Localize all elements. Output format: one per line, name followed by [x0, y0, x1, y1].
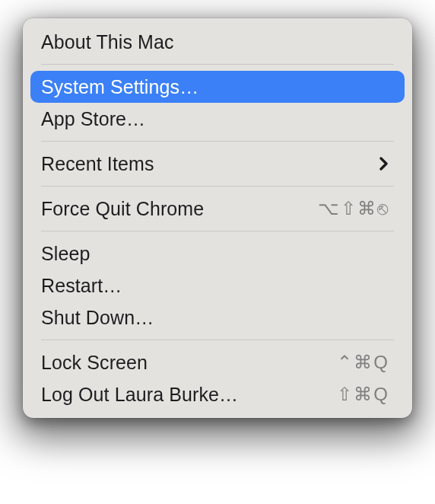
menu-item-restart[interactable]: Restart…	[30, 270, 405, 301]
menu-separator	[41, 340, 394, 340]
apple-menu: About This Mac System Settings… App Stor…	[23, 18, 412, 418]
menu-separator	[41, 231, 394, 231]
menu-item-shut-down[interactable]: Shut Down…	[30, 301, 405, 333]
menu-item-label: About This Mac	[41, 33, 174, 52]
menu-separator	[41, 186, 394, 187]
menu-item-force-quit[interactable]: Force Quit Chrome ⌥⇧⌘⎋	[30, 193, 405, 225]
menu-item-system-settings[interactable]: System Settings…	[30, 71, 405, 103]
menu-item-label: Recent Items	[41, 155, 154, 174]
menu-item-label: Shut Down…	[41, 308, 154, 327]
menu-item-label: Force Quit Chrome	[41, 199, 204, 219]
menu-item-label: App Store…	[41, 110, 145, 129]
menu-item-label: Restart…	[41, 276, 122, 295]
menu-item-label: Log Out Laura Burke…	[41, 385, 238, 404]
menu-shortcut: ⌃⌘Q	[337, 353, 389, 372]
menu-item-label: Sleep	[41, 244, 90, 263]
menu-shortcut: ⌥⇧⌘⎋	[318, 199, 389, 218]
menu-item-about-this-mac[interactable]: About This Mac	[30, 26, 405, 58]
menu-item-label: Lock Screen	[41, 353, 148, 372]
menu-item-sleep[interactable]: Sleep	[30, 238, 405, 270]
menu-item-lock-screen[interactable]: Lock Screen ⌃⌘Q	[30, 346, 405, 378]
menu-separator	[41, 141, 394, 142]
menu-item-recent-items[interactable]: Recent Items	[30, 148, 405, 180]
menu-shortcut: ⇧⌘Q	[337, 385, 389, 404]
menu-item-log-out[interactable]: Log Out Laura Burke… ⇧⌘Q	[30, 378, 405, 410]
chevron-right-icon	[379, 156, 389, 171]
menu-item-label: System Settings…	[41, 78, 198, 97]
menu-separator	[41, 64, 394, 65]
menu-item-app-store[interactable]: App Store…	[30, 103, 405, 135]
